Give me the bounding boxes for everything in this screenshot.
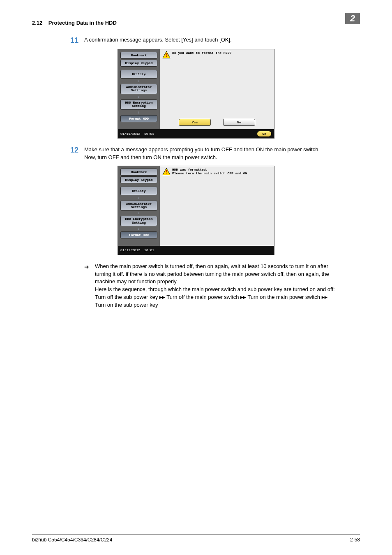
sequence-arrow-icon: ▸▸: [240, 294, 246, 300]
status-bar: 01/11/2012 16:01: [118, 246, 274, 255]
note-arrow-icon: ➔: [84, 263, 91, 309]
section-title: Protecting Data in the HDD: [48, 20, 117, 26]
hdd-encryption-crumb[interactable]: HDD Encryption Setting: [120, 216, 157, 226]
status-time: 16:01: [144, 248, 154, 252]
breadcrumb-arrow-icon: ↓: [120, 211, 157, 215]
yes-button[interactable]: Yes: [179, 119, 211, 126]
format-hdd-crumb[interactable]: Format HDD: [120, 115, 157, 122]
step-text: Make sure that a message appears prompti…: [84, 146, 360, 162]
note-block: ➔ When the main power switch is turned o…: [84, 263, 335, 309]
screenshot-main-area: ! Do you want to format the HDD? Yes No: [160, 49, 274, 129]
breadcrumb-arrow-icon: ↓: [120, 111, 157, 114]
status-date: 01/11/2012: [120, 248, 140, 252]
display-keypad-button[interactable]: Display Keypad: [120, 60, 157, 67]
step-11: 11 A confirmation message appears. Selec…: [67, 36, 360, 45]
screenshot-format-confirm: Bookmark Display Keypad Utility ↓ Admini…: [118, 49, 274, 139]
ok-button[interactable]: OK: [257, 131, 272, 137]
warning-icon: !: [162, 168, 171, 175]
section-number: 2.12: [32, 20, 42, 26]
sequence-text: Turn off the sub power key ▸▸ Turn off t…: [95, 294, 327, 308]
breadcrumb-arrow-icon: ↓: [120, 227, 157, 231]
status-date: 01/11/2012: [120, 132, 140, 136]
status-time: 16:01: [144, 132, 154, 136]
dialog-message: Do you want to format the HDD?: [172, 51, 231, 55]
step-number: 12: [67, 146, 78, 162]
note-paragraph: When the main power switch is turned off…: [95, 263, 329, 285]
warning-icon: !: [162, 51, 171, 58]
admin-settings-crumb[interactable]: Administrator Settings: [120, 201, 157, 211]
status-bar: 01/11/2012 16:01 OK: [118, 129, 274, 138]
hdd-encryption-crumb[interactable]: HDD Encryption Setting: [120, 99, 157, 110]
svg-text:!: !: [166, 53, 167, 58]
screenshot-sidebar: Bookmark Display Keypad Utility ↓ Admini…: [118, 166, 160, 246]
breadcrumb-arrow-icon: ↓: [120, 196, 157, 200]
screenshot-sidebar: Bookmark Display Keypad Utility ↓ Admini…: [118, 49, 160, 129]
step-12: 12 Make sure that a message appears prom…: [67, 146, 360, 162]
breadcrumb-arrow-icon: ↓: [120, 95, 157, 99]
sequence-arrow-icon: ▸▸: [159, 294, 165, 300]
format-hdd-crumb[interactable]: Format HDD: [120, 231, 157, 238]
svg-text:!: !: [166, 169, 167, 174]
footer-model: bizhub C554/C454/C364/C284/C224: [32, 537, 112, 543]
step-number: 11: [67, 36, 78, 45]
page-header: 2.12 Protecting Data in the HDD 2: [32, 14, 360, 27]
step-text: A confirmation message appears. Select […: [84, 36, 360, 45]
dialog-message: HDD was formatted. Please turn the main …: [172, 168, 249, 176]
note-paragraph: Here is the sequence, through which the …: [95, 286, 335, 292]
utility-crumb[interactable]: Utility: [120, 187, 157, 195]
breadcrumb-arrow-icon: ↓: [120, 79, 157, 83]
bookmark-button[interactable]: Bookmark: [120, 169, 157, 176]
screenshot-format-done: Bookmark Display Keypad Utility ↓ Admini…: [118, 166, 274, 255]
no-button[interactable]: No: [223, 119, 255, 126]
footer-page: 2-58: [350, 537, 360, 543]
page-footer: bizhub C554/C454/C364/C284/C224 2-58: [32, 534, 360, 543]
chapter-number-tab: 2: [345, 13, 360, 24]
bookmark-button[interactable]: Bookmark: [120, 52, 157, 59]
screenshot-main-area: ! HDD was formatted. Please turn the mai…: [160, 166, 274, 246]
sequence-arrow-icon: ▸▸: [322, 294, 327, 300]
display-keypad-button[interactable]: Display Keypad: [120, 176, 157, 183]
utility-crumb[interactable]: Utility: [120, 70, 157, 79]
admin-settings-crumb[interactable]: Administrator Settings: [120, 84, 157, 94]
